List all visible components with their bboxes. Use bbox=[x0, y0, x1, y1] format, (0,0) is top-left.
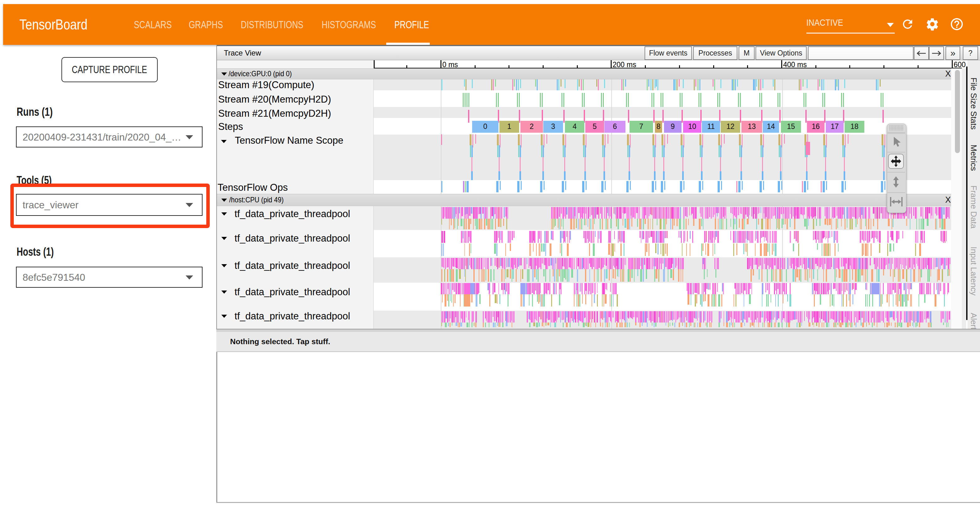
svg-text:8: 8 bbox=[657, 122, 660, 131]
svg-text:17: 17 bbox=[831, 122, 839, 131]
svg-text:1: 1 bbox=[507, 122, 511, 131]
svg-text:9: 9 bbox=[671, 122, 675, 131]
svg-text:5: 5 bbox=[593, 122, 597, 131]
svg-text:14: 14 bbox=[767, 122, 775, 131]
svg-text:4: 4 bbox=[573, 122, 577, 131]
svg-text:6: 6 bbox=[613, 122, 617, 131]
svg-text:7: 7 bbox=[639, 122, 643, 131]
svg-text:3: 3 bbox=[551, 122, 555, 131]
svg-text:16: 16 bbox=[811, 122, 820, 131]
svg-text:12: 12 bbox=[726, 122, 735, 131]
svg-text:15: 15 bbox=[787, 122, 795, 131]
svg-text:11: 11 bbox=[707, 122, 715, 131]
svg-text:0: 0 bbox=[484, 122, 487, 131]
svg-text:10: 10 bbox=[688, 122, 696, 131]
svg-text:2: 2 bbox=[530, 122, 534, 131]
svg-text:13: 13 bbox=[748, 122, 756, 131]
svg-text:18: 18 bbox=[851, 122, 859, 131]
